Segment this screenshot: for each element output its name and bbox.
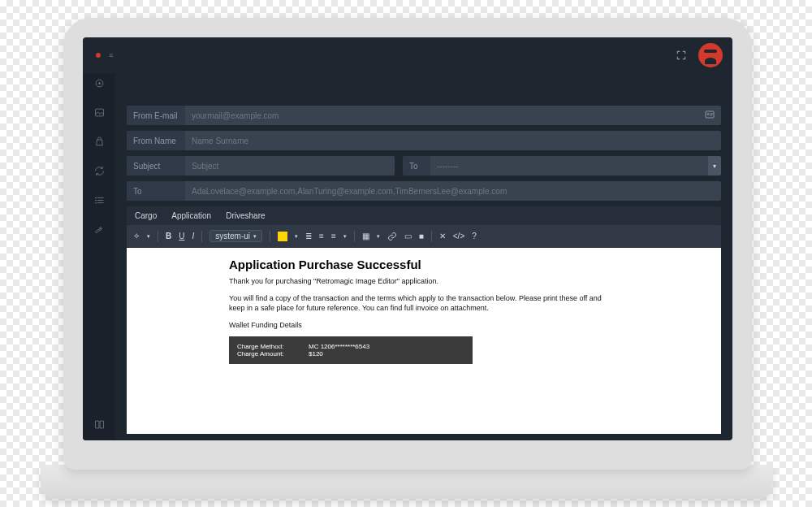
to-select-value[interactable]: --------: [430, 156, 708, 176]
from-email-input[interactable]: yourmail@example.com: [185, 106, 721, 125]
bold-button[interactable]: B: [166, 232, 171, 240]
highlight-icon: [278, 232, 287, 241]
email-document: Application Purchase Successful Thank yo…: [229, 258, 619, 364]
svg-point-11: [707, 114, 709, 115]
italic-button[interactable]: I: [192, 232, 194, 240]
doc-section-heading: Wallet Funding Details: [229, 320, 619, 331]
editor-canvas[interactable]: Application Purchase Successful Thank yo…: [127, 248, 721, 434]
main-panel: From E-mail yourmail@example.com From Na…: [115, 73, 732, 440]
link-button[interactable]: [387, 232, 397, 241]
fullscreen-icon: [676, 50, 687, 61]
caret-icon-2[interactable]: ▾: [295, 233, 298, 240]
from-name-placeholder: Name Surname: [192, 136, 248, 145]
caret-icon-4[interactable]: ▾: [377, 233, 380, 240]
from-email-row: From E-mail yourmail@example.com: [127, 106, 721, 125]
doc-p1: Thank you for purchasing "Retromagic Ima…: [229, 276, 619, 287]
brand: ≡: [93, 50, 113, 61]
wand-icon[interactable]: ✧: [133, 232, 140, 240]
to-select-block: To -------- ▾: [403, 156, 721, 176]
subject-label: Subject: [127, 156, 185, 176]
list-ol-button[interactable]: ≣: [305, 232, 312, 240]
subject-input[interactable]: Subject: [185, 156, 395, 176]
svg-point-8: [95, 200, 96, 201]
brand-menu-icon[interactable]: ≡: [109, 51, 113, 59]
align-button[interactable]: ≡: [331, 232, 336, 240]
topbar: ≡: [83, 37, 732, 73]
from-name-row: From Name Name Surname: [127, 131, 721, 150]
svg-point-9: [95, 202, 96, 203]
doc-p2: You will find a copy of the transaction …: [229, 293, 619, 314]
to-select-dropdown[interactable]: ▾: [708, 156, 721, 176]
font-select[interactable]: system-ui ▾: [209, 230, 262, 242]
code-button[interactable]: </>: [453, 232, 464, 240]
app-screen: ≡: [83, 37, 732, 440]
svg-point-2: [98, 82, 100, 84]
help-button[interactable]: ?: [472, 232, 477, 240]
subject-row: Subject Subject: [127, 156, 395, 176]
svg-rect-3: [95, 109, 103, 116]
svg-rect-10: [706, 111, 714, 118]
from-email-placeholder: yourmail@example.com: [192, 111, 279, 120]
charge-amount-value: $120: [309, 350, 323, 358]
highlight-button[interactable]: [278, 232, 287, 241]
image-button[interactable]: ▭: [404, 232, 412, 240]
to-value: AdaLovelace@example.com,AlanTuring@examp…: [192, 187, 507, 196]
from-name-label: From Name: [127, 131, 185, 150]
caret-icon-3[interactable]: ▾: [343, 233, 347, 240]
subject-to-row: Subject Subject To -------- ▾: [127, 156, 721, 176]
sidebar-book-icon[interactable]: [93, 418, 106, 431]
template-tabs: Cargo Application Driveshare: [127, 206, 721, 225]
from-name-input[interactable]: Name Surname: [185, 131, 721, 150]
charge-method-value: MC 1206********6543: [309, 343, 369, 350]
chevron-down-icon: ▾: [713, 162, 716, 170]
to-row: To AdaLovelace@example.com,AlanTuring@ex…: [127, 181, 721, 201]
contact-card-icon[interactable]: [705, 110, 715, 120]
table-button[interactable]: ▦: [362, 232, 369, 240]
from-email-label: From E-mail: [127, 106, 185, 125]
charge-amount-label: Charge Amount:: [237, 350, 302, 358]
underline-button[interactable]: U: [179, 232, 184, 240]
to-label: To: [127, 181, 185, 201]
charge-card: Charge Method: MC 1206********6543 Charg…: [229, 336, 473, 364]
fullscreen-button[interactable]: [671, 45, 692, 66]
tab-application[interactable]: Application: [171, 211, 211, 220]
brand-icon: [93, 50, 104, 61]
svg-point-0: [96, 53, 101, 58]
sidebar: [83, 73, 115, 440]
sidebar-wrench-icon[interactable]: [93, 223, 106, 236]
to-input[interactable]: AdaLovelace@example.com,AlanTuring@examp…: [185, 181, 721, 201]
list-ul-button[interactable]: ≡: [319, 232, 324, 240]
video-button[interactable]: ■: [419, 232, 424, 240]
sidebar-bag-icon[interactable]: [93, 135, 106, 148]
avatar[interactable]: [698, 43, 723, 67]
font-name: system-ui: [215, 232, 250, 240]
laptop-frame: ≡: [63, 18, 752, 470]
caret-icon[interactable]: ▾: [147, 233, 150, 240]
chevron-down-icon: ▾: [253, 233, 257, 240]
clear-button[interactable]: ✕: [439, 232, 446, 240]
charge-method-label: Charge Method:: [237, 343, 302, 350]
tab-driveshare[interactable]: Driveshare: [226, 211, 265, 220]
sidebar-image-icon[interactable]: [93, 106, 106, 119]
to-select-label: To: [403, 156, 430, 176]
tab-cargo[interactable]: Cargo: [135, 211, 157, 220]
editor-toolbar: ✧ ▾ B U I system-ui ▾ ▾ ≣ ≡ ≡: [127, 225, 721, 248]
doc-title: Application Purchase Successful: [229, 258, 619, 271]
sidebar-target-icon[interactable]: [93, 76, 106, 89]
sidebar-list-icon[interactable]: [93, 193, 106, 206]
link-icon: [387, 232, 397, 241]
laptop-base: [41, 465, 773, 499]
sidebar-refresh-icon[interactable]: [93, 164, 106, 177]
subject-placeholder: Subject: [192, 162, 218, 171]
svg-point-7: [95, 197, 96, 197]
